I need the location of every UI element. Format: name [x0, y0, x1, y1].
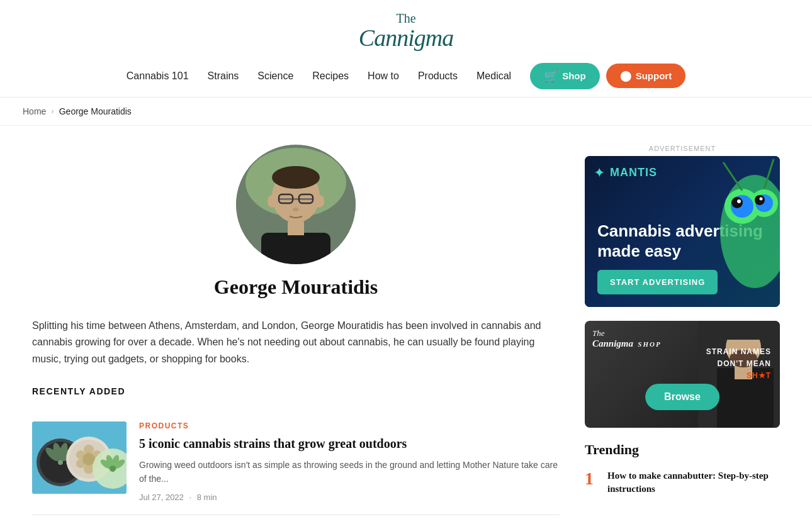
cart-icon: 🛒 — [544, 69, 558, 83]
svg-point-8 — [268, 195, 276, 208]
trending-item-title-1[interactable]: How to make cannabutter: Step-by-step in… — [607, 469, 780, 496]
cannigma-shop-label: SHOP — [638, 340, 661, 348]
patreon-icon: ⬤ — [620, 70, 631, 82]
cannigma-shop-ad: The Cannigma SHOP — [585, 321, 780, 428]
article-thumbnail — [32, 421, 127, 494]
article-date: Jul 27, 2022 — [139, 493, 184, 502]
svg-point-42 — [737, 199, 741, 203]
author-bio: Splitting his time between Athens, Amste… — [32, 318, 560, 367]
trending-title: Trending — [585, 442, 780, 458]
svg-rect-52 — [728, 324, 760, 337]
ad-label: ADVERTISEMENT — [585, 145, 780, 152]
main-layout: George Mouratidis Splitting his time bet… — [9, 126, 803, 524]
profile-section: George Mouratidis — [32, 145, 560, 299]
thumb-inner — [32, 421, 127, 494]
cannigma-shop-name: Cannigma — [592, 338, 633, 348]
main-nav: Cannabis 101 Strains Science Recipes How… — [127, 70, 511, 82]
cannigma-shop-logo: The Cannigma SHOP — [592, 328, 662, 350]
article-title[interactable]: 5 iconic cannabis strains that grow grea… — [139, 435, 560, 452]
cannigma-shop-the: The — [592, 328, 605, 338]
breadcrumb-chevron-icon: › — [51, 106, 54, 116]
trending-item-1: 1 How to make cannabutter: Step-by-step … — [585, 469, 780, 496]
nav-how-to[interactable]: How to — [368, 70, 399, 82]
mantis-logo-text: MANTIS — [610, 166, 657, 179]
article-card: PRODUCTS 5 iconic cannabis strains that … — [32, 409, 560, 515]
svg-point-28 — [82, 453, 95, 465]
svg-point-43 — [760, 197, 763, 200]
breadcrumb-home[interactable]: Home — [23, 106, 46, 116]
svg-point-9 — [315, 195, 324, 208]
nav-cannabis-101[interactable]: Cannabis 101 — [127, 70, 189, 82]
nav-science[interactable]: Science — [257, 70, 293, 82]
shop-tagline: STRAIN NAMES DON'T MEAN SH★T — [706, 346, 771, 382]
trending-number-1: 1 — [585, 469, 599, 489]
svg-point-41 — [755, 195, 765, 205]
article-meta: Jul 27, 2022 · 8 min — [139, 493, 560, 502]
avatar — [236, 145, 356, 264]
sidebar: ADVERTISEMENT ✦ MANTIS — [585, 145, 780, 515]
mantis-ad: ✦ MANTIS — [585, 156, 780, 307]
site-header: The Cannigma Cannabis 101 Strains Scienc… — [0, 0, 812, 98]
svg-point-7 — [293, 208, 299, 211]
article-category: PRODUCTS — [139, 421, 560, 430]
breadcrumb: Home › George Mouratidis — [0, 98, 812, 126]
site-logo[interactable]: The Cannigma — [359, 11, 453, 52]
recently-added-title: RECENTLY ADDED — [32, 386, 560, 396]
breadcrumb-current: George Mouratidis — [59, 106, 132, 116]
article-content: PRODUCTS 5 iconic cannabis strains that … — [139, 421, 560, 502]
article-read-time: 8 min — [197, 493, 217, 502]
svg-point-34 — [110, 465, 116, 472]
cannigma-shop-browse-button[interactable]: Browse — [645, 384, 719, 410]
svg-point-3 — [272, 166, 320, 189]
nav-recipes[interactable]: Recipes — [312, 70, 349, 82]
nav-medical[interactable]: Medical — [476, 70, 511, 82]
svg-rect-11 — [288, 221, 304, 235]
mantis-ad-inner: ✦ MANTIS — [585, 156, 780, 307]
logo-cannigma: Cannigma — [359, 25, 453, 51]
author-name: George Mouratidis — [214, 276, 378, 299]
svg-rect-10 — [261, 233, 330, 264]
trending-section: Trending 1 How to make cannabutter: Step… — [585, 442, 780, 496]
mantis-logo: ✦ MANTIS — [594, 165, 657, 181]
svg-point-19 — [58, 460, 63, 465]
meta-dot: · — [189, 493, 191, 502]
support-button[interactable]: ⬤ Support — [606, 64, 686, 88]
shop-button[interactable]: 🛒 Shop — [530, 63, 600, 89]
nav-strains[interactable]: Strains — [208, 70, 239, 82]
nav-products[interactable]: Products — [418, 70, 458, 82]
svg-rect-4 — [279, 198, 313, 200]
content-area: George Mouratidis Splitting his time bet… — [32, 145, 560, 515]
article-excerpt: Growing weed outdoors isn't as simple as… — [139, 458, 560, 486]
svg-line-44 — [723, 162, 742, 191]
svg-point-40 — [731, 197, 743, 208]
nav-row: Cannabis 101 Strains Science Recipes How… — [0, 63, 812, 97]
mantis-creature — [698, 156, 780, 307]
logo-the: The — [359, 11, 453, 25]
